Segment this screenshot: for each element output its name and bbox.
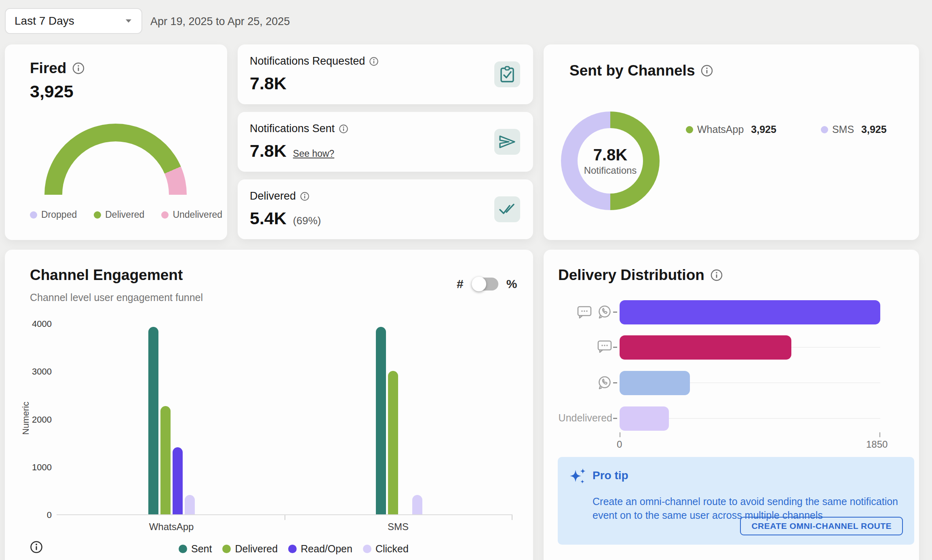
notifications-requested-card: Notifications Requested 7.8K xyxy=(238,44,533,104)
axis-tick xyxy=(512,515,512,520)
delivery-bar xyxy=(620,335,791,360)
engagement-legend: SentDeliveredRead/OpenClicked xyxy=(179,543,409,555)
axis-tick xyxy=(613,418,617,419)
whatsapp-icon xyxy=(597,304,612,320)
see-how-link[interactable]: See how? xyxy=(293,148,334,159)
legend-item-undelivered[interactable]: Undelivered xyxy=(161,209,222,220)
delivery-bar xyxy=(620,300,880,324)
sent-by-channels-title-row: Sent by Channels xyxy=(569,62,713,79)
whatsapp-label: WhatsApp xyxy=(697,124,744,135)
delivery-row-icons xyxy=(544,304,612,320)
bar-sms-clicked xyxy=(412,495,422,514)
info-icon[interactable] xyxy=(339,124,348,134)
create-omni-channel-route-button[interactable]: CREATE OMNI-CHANNEL ROUTE xyxy=(740,517,903,535)
info-icon[interactable] xyxy=(700,64,713,77)
sms-icon xyxy=(577,305,592,319)
delivered-value: 5.4K xyxy=(250,208,287,228)
fired-gauge xyxy=(44,124,187,195)
numeric-mode-label[interactable]: # xyxy=(457,277,464,291)
whatsapp-count: 3,925 xyxy=(751,124,776,135)
delivered-title: Delivered xyxy=(250,190,296,202)
axis-tick xyxy=(285,515,285,520)
info-icon[interactable] xyxy=(710,269,723,282)
send-tile xyxy=(494,129,520,155)
sms-count: 3,925 xyxy=(861,124,887,135)
notifications-sent-value: 7.8K xyxy=(250,141,287,161)
axis-tick xyxy=(620,432,620,437)
x-axis-min: 0 xyxy=(617,439,622,450)
legend-item-sms[interactable]: SMS 3,925 xyxy=(821,124,887,135)
double-check-icon xyxy=(498,202,516,216)
delivery-row-sms xyxy=(544,335,919,360)
legend-item-delivered[interactable]: Delivered xyxy=(222,543,278,555)
bar-sms-delivered xyxy=(388,371,398,514)
date-range-text: Apr 19, 2025 to Apr 25, 2025 xyxy=(150,15,290,28)
info-icon[interactable] xyxy=(300,192,310,201)
whatsapp-icon xyxy=(597,375,612,390)
delivery-row-whatsapp xyxy=(544,371,919,395)
legend-dot xyxy=(222,545,231,553)
y-tick-label: 1000 xyxy=(23,462,52,473)
legend-item-delivered[interactable]: Delivered xyxy=(94,209,144,220)
legend-label: Read/Open xyxy=(301,543,352,555)
toggle-knob[interactable] xyxy=(472,277,486,291)
channels-total: 7.8K xyxy=(593,146,628,164)
undelivered-label: Undelivered xyxy=(173,209,222,220)
legend-item-readopen[interactable]: Read/Open xyxy=(288,543,352,555)
delivered-title-row: Delivered xyxy=(250,190,310,202)
legend-label: Clicked xyxy=(375,543,409,555)
chevron-down-icon xyxy=(124,18,133,24)
x-axis-max: 1850 xyxy=(866,439,888,450)
delivery-row-omni xyxy=(544,300,919,324)
fired-value: 3,925 xyxy=(30,82,74,101)
notifications-sent-title-row: Notifications Sent xyxy=(250,122,348,135)
undelivered-dot xyxy=(161,211,169,219)
unit-toggle-row: # % xyxy=(457,277,517,291)
legend-item-clicked[interactable]: Clicked xyxy=(363,543,409,555)
bar-sms-sent xyxy=(376,327,386,514)
category-label-whatsapp: WhatsApp xyxy=(149,521,194,533)
dropped-label: Dropped xyxy=(41,209,77,220)
legend-item-sent[interactable]: Sent xyxy=(179,543,212,555)
y-tick-label: 3000 xyxy=(23,366,52,377)
notifications-requested-value: 7.8K xyxy=(250,74,287,93)
y-tick-label: 2000 xyxy=(23,415,52,425)
info-icon[interactable] xyxy=(72,62,85,75)
unit-toggle[interactable] xyxy=(472,278,498,291)
legend-item-dropped[interactable]: Dropped xyxy=(30,209,77,220)
sparkles-icon xyxy=(569,467,588,486)
legend-label: Sent xyxy=(191,543,212,555)
pro-tip-banner: Pro tip Create an omni-channel route to … xyxy=(558,457,914,545)
delivery-bar xyxy=(620,406,669,431)
legend-label: Delivered xyxy=(235,543,278,555)
fired-title: Fired xyxy=(30,60,66,77)
chart-info[interactable] xyxy=(30,541,43,554)
sms-dot xyxy=(821,126,828,133)
clipboard-check-icon xyxy=(499,65,515,83)
send-icon xyxy=(498,135,516,149)
percent-mode-label[interactable]: % xyxy=(506,277,517,291)
engagement-subtitle: Channel level user engagement funnel xyxy=(30,292,203,303)
double-check-tile xyxy=(494,196,520,222)
notifications-sent-card: Notifications Sent 7.8K See how? xyxy=(238,112,533,172)
fired-card: Fired 3,925 Dropped Delivered Undelivere… xyxy=(5,44,227,240)
axis-tick xyxy=(879,432,880,437)
info-icon[interactable] xyxy=(369,57,379,66)
legend-item-whatsapp[interactable]: WhatsApp 3,925 xyxy=(686,124,776,135)
delivery-distribution-card: Delivery Distribution xyxy=(544,250,919,560)
channels-donut-chart: 7.8K Notifications xyxy=(561,112,660,210)
delivery-bar xyxy=(620,371,690,395)
date-range-dropdown[interactable]: Last 7 Days xyxy=(5,8,142,34)
channels-total-label: Notifications xyxy=(584,165,637,176)
dashboard: Last 7 Days Apr 19, 2025 to Apr 25, 2025… xyxy=(0,0,932,560)
delivery-title-row: Delivery Distribution xyxy=(558,267,723,284)
delivered-dot xyxy=(94,211,101,219)
fired-title-row: Fired xyxy=(30,60,85,77)
category-label-sms: SMS xyxy=(388,521,409,533)
bar-whatsapp-delivered xyxy=(160,406,171,514)
legend-dot xyxy=(288,545,297,553)
undelivered-row-label: Undelivered xyxy=(544,412,612,424)
pro-tip-text-line1: Create an omni-channel route to avoid se… xyxy=(593,496,898,507)
channels-legend: WhatsApp 3,925 SMS 3,925 xyxy=(686,124,887,135)
engagement-title: Channel Engagement xyxy=(30,267,183,284)
